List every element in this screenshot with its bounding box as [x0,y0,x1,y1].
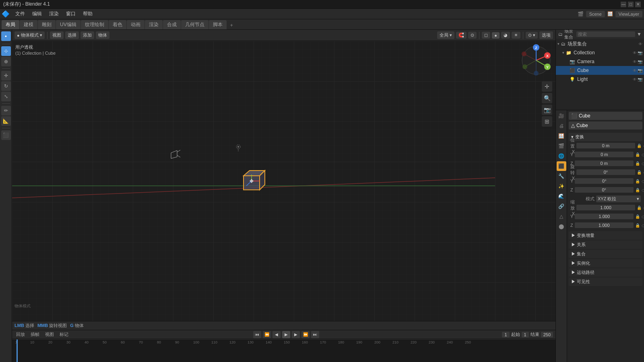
add-cube-tool-button[interactable]: ⬛ [1,130,11,140]
scene-selector[interactable]: Scene [586,11,605,17]
rotation-mode-dropdown[interactable]: XYZ 欧拉 ▾ [596,195,641,202]
grid-viewport-button[interactable]: ⊞ [542,116,552,127]
wireframe-shading-button[interactable]: ◻ [482,32,490,39]
scale-y-key[interactable]: ◇ [642,214,644,219]
physics-props-button[interactable]: 🌊 [557,191,566,201]
annotate-tool-button[interactable]: ✏ [1,106,11,115]
object-props-button[interactable]: ⬛ [557,161,566,171]
cursor-tool-button[interactable]: ⊕ [1,57,11,66]
minimize-button[interactable]: — [621,2,626,7]
jump-start-button[interactable]: ⏮ [253,331,261,338]
position-z-lock[interactable]: 🔒 [635,161,640,166]
view-menu[interactable]: 视图 [50,31,64,39]
tab-uv[interactable]: UV编辑 [56,20,80,29]
current-frame-input[interactable]: 1 [502,332,509,337]
rotation-z-key[interactable]: ◇ [642,188,644,192]
scale-z-input[interactable] [575,222,634,228]
snap-button[interactable]: 🧲 [456,32,466,39]
blender-logo-icon[interactable]: 🔷 [2,10,10,18]
scale-tool-button[interactable]: ⤡ [1,92,11,101]
add-workspace-button[interactable]: + [227,21,236,29]
viewport-global-selector[interactable]: 全局 ▾ [437,31,454,39]
scale-y-input[interactable] [575,214,634,219]
tab-layout[interactable]: 布局 [2,20,19,29]
select-tool-button[interactable]: ⊹ [1,46,11,56]
timeline-playback-menu[interactable]: 回放 [14,331,27,338]
tab-sculpting[interactable]: 雕刻 [38,20,56,29]
position-z-key[interactable]: ◇ [642,161,644,166]
relations-section[interactable]: ▶ 关系 [569,241,642,249]
position-y-lock[interactable]: 🔒 [635,152,640,157]
outliner-item-scene-collection[interactable]: ▾ 🗂 场景集合 👁 [556,39,644,48]
instancing-section[interactable]: ▶ 实例化 [569,259,642,267]
outliner-search-input[interactable] [576,31,635,37]
object-data-props-button[interactable]: △ [557,212,566,221]
scene-props-button[interactable]: 🎬 [557,141,566,151]
position-x-lock[interactable]: 🔒 [637,144,642,148]
rotation-y-input[interactable] [575,178,634,184]
view-layer-props-button[interactable]: 🪟 [557,131,566,141]
transform-section-header[interactable]: ▾ 变换 [569,133,642,141]
menu-edit[interactable]: 编辑 [29,10,45,18]
object-name-field[interactable]: ⬛ Cube [569,112,642,120]
constraints-props-button[interactable]: 🔗 [557,202,566,211]
tab-scripting[interactable]: 脚本 [209,20,227,29]
jump-next-keyframe-button[interactable]: ⏩ [301,331,310,338]
scale-z-lock[interactable]: 🔒 [635,223,640,228]
maximize-button[interactable]: □ [628,2,634,7]
rendered-shading-button[interactable]: ☀ [512,32,520,39]
close-button[interactable]: ✕ [635,2,641,7]
delta-transform-section[interactable]: ▶ 变换增量 [569,231,642,240]
mode-selector[interactable]: ● 物体模式 ▾ [14,31,45,39]
menu-render[interactable]: 渲染 [46,10,62,18]
viewlayer-selector[interactable]: ViewLayer [615,11,642,17]
move-viewport-button[interactable]: ✛ [542,81,552,92]
add-menu[interactable]: 添加 [80,31,94,39]
prev-frame-button[interactable]: ◀ [272,331,281,338]
outliner-item-camera[interactable]: 📷 Camera 👁 📷 [556,57,644,66]
material-shading-button[interactable]: ◕ [501,32,510,39]
timeline-view-menu[interactable]: 视图 [43,331,56,338]
world-props-button[interactable]: 🌐 [557,151,566,161]
menu-window[interactable]: 窗口 [63,10,79,18]
position-y-input[interactable] [575,152,634,157]
outliner-item-light[interactable]: 💡 Light 👁 📷 [556,75,644,84]
collection-render-button[interactable]: 📷 [638,51,642,55]
scale-x-input[interactable] [576,205,635,210]
timeline-keyframe-menu[interactable]: 插帧 [29,331,41,338]
cube-render-button[interactable]: 📷 [638,68,642,73]
options-button[interactable]: 选项 [539,31,553,39]
select-menu[interactable]: 选择 [65,31,79,39]
menu-file[interactable]: 文件 [12,10,28,18]
tab-compositing[interactable]: 合成 [163,20,181,29]
move-tool-button[interactable]: ✛ [1,71,11,80]
next-frame-button[interactable]: ▶ [292,331,300,338]
jump-prev-keyframe-button[interactable]: ⏪ [263,331,271,338]
outliner-filter-icon[interactable]: ▼ [637,31,642,37]
collection-eye-button[interactable]: 👁 [633,51,637,55]
camera-viewport-button[interactable]: 📷 [542,105,552,115]
overlay-button[interactable]: ⊙ ▾ [526,32,538,39]
menu-help[interactable]: 帮助 [80,10,96,18]
viewport-canvas[interactable]: 用户透视 (1) Collection | Cube [12,41,555,321]
rotation-y-lock[interactable]: 🔒 [635,179,640,183]
tab-shading[interactable]: 着色 [109,20,126,29]
solid-shading-button[interactable]: ● [492,32,500,39]
modifier-props-button[interactable]: 🔧 [557,171,566,181]
outliner-item-cube[interactable]: ⬛ Cube 👁 📷 [556,66,644,75]
tab-modeling[interactable]: 建模 [20,20,37,29]
tab-texture-paint[interactable]: 纹理绘制 [81,20,108,29]
position-y-key[interactable]: ◇ [642,152,644,157]
tab-animation[interactable]: 动画 [127,20,144,29]
navigation-gizmo[interactable]: X Y Z [520,44,552,76]
start-frame-input[interactable]: 1 [522,332,529,337]
object-menu[interactable]: 物体 [96,31,109,39]
rotation-x-input[interactable] [576,169,635,175]
rotation-z-input[interactable] [575,187,634,193]
timeline-markers-menu[interactable]: 标记 [58,331,70,338]
cube-eye-button[interactable]: 👁 [633,68,637,73]
particles-props-button[interactable]: ✨ [557,181,566,191]
scale-y-lock[interactable]: 🔒 [635,214,640,219]
position-z-input[interactable] [575,160,634,166]
rotation-x-lock[interactable]: 🔒 [637,170,642,175]
